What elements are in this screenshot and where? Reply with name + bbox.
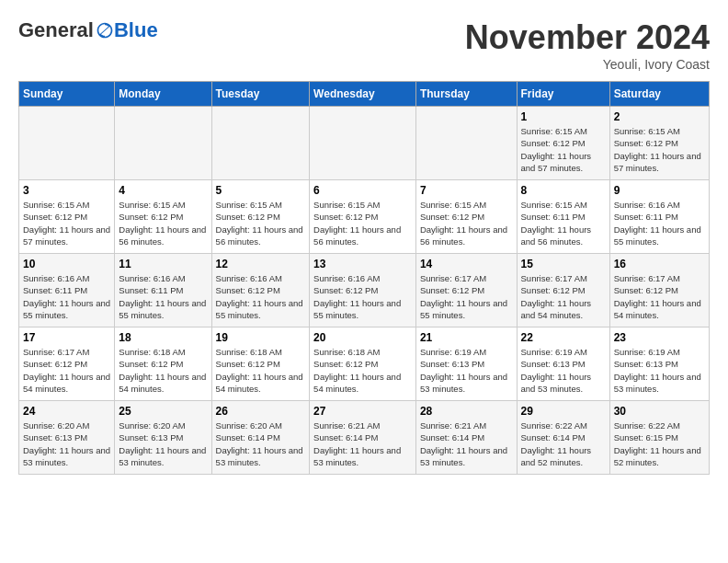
day-info: Sunrise: 6:16 AM Sunset: 6:12 PM Dayligh… <box>216 272 306 321</box>
header-tuesday: Tuesday <box>211 82 310 107</box>
day-info: Sunrise: 6:15 AM Sunset: 6:12 PM Dayligh… <box>614 125 705 174</box>
header-friday: Friday <box>517 82 609 107</box>
day-info: Sunrise: 6:15 AM Sunset: 6:12 PM Dayligh… <box>521 125 606 174</box>
day-number: 27 <box>313 405 412 418</box>
calendar-cell-w2-d2: 12Sunrise: 6:16 AM Sunset: 6:12 PM Dayli… <box>211 254 310 327</box>
day-number: 10 <box>23 258 110 270</box>
day-info: Sunrise: 6:18 AM Sunset: 6:12 PM Dayligh… <box>119 346 207 395</box>
month-title: November 2024 <box>465 18 710 57</box>
logo-icon <box>96 21 114 40</box>
calendar-cell-w3-d5: 22Sunrise: 6:19 AM Sunset: 6:13 PM Dayli… <box>517 327 609 401</box>
day-info: Sunrise: 6:17 AM Sunset: 6:12 PM Dayligh… <box>521 272 606 321</box>
calendar-cell-w4-d3: 27Sunrise: 6:21 AM Sunset: 6:14 PM Dayli… <box>310 401 416 475</box>
calendar-cell-w2-d6: 16Sunrise: 6:17 AM Sunset: 6:12 PM Dayli… <box>609 254 709 327</box>
day-number: 12 <box>216 258 306 270</box>
calendar-cell-w4-d0: 24Sunrise: 6:20 AM Sunset: 6:13 PM Dayli… <box>19 401 115 475</box>
header-wednesday: Wednesday <box>310 82 416 107</box>
day-number: 4 <box>119 184 207 197</box>
day-number: 17 <box>23 331 110 344</box>
day-number: 28 <box>420 405 513 418</box>
day-number: 30 <box>614 405 705 418</box>
calendar-cell-w3-d1: 18Sunrise: 6:18 AM Sunset: 6:12 PM Dayli… <box>115 327 211 401</box>
day-number: 7 <box>420 184 513 197</box>
calendar-cell-w1-d5: 8Sunrise: 6:15 AM Sunset: 6:11 PM Daylig… <box>517 180 609 254</box>
day-number: 11 <box>119 258 207 270</box>
calendar-cell-w1-d4: 7Sunrise: 6:15 AM Sunset: 6:12 PM Daylig… <box>415 180 517 254</box>
calendar-cell-w0-d0 <box>19 107 115 180</box>
day-info: Sunrise: 6:17 AM Sunset: 6:12 PM Dayligh… <box>420 272 513 321</box>
calendar-cell-w4-d6: 30Sunrise: 6:22 AM Sunset: 6:15 PM Dayli… <box>609 401 709 475</box>
day-info: Sunrise: 6:15 AM Sunset: 6:12 PM Dayligh… <box>313 199 412 247</box>
day-info: Sunrise: 6:18 AM Sunset: 6:12 PM Dayligh… <box>216 346 306 395</box>
header-sunday: Sunday <box>19 82 115 107</box>
calendar-cell-w0-d4 <box>415 107 517 180</box>
day-info: Sunrise: 6:16 AM Sunset: 6:11 PM Dayligh… <box>614 199 705 247</box>
day-number: 13 <box>313 258 412 270</box>
calendar-cell-w1-d1: 4Sunrise: 6:15 AM Sunset: 6:12 PM Daylig… <box>115 180 211 254</box>
calendar-cell-w1-d3: 6Sunrise: 6:15 AM Sunset: 6:12 PM Daylig… <box>310 180 416 254</box>
page-header: General Blue November 2024 Yeouli, Ivory… <box>18 18 710 72</box>
day-number: 14 <box>420 258 513 270</box>
day-number: 24 <box>23 405 110 418</box>
header-monday: Monday <box>115 82 211 107</box>
calendar-cell-w2-d1: 11Sunrise: 6:16 AM Sunset: 6:11 PM Dayli… <box>115 254 211 327</box>
day-info: Sunrise: 6:17 AM Sunset: 6:12 PM Dayligh… <box>614 272 705 321</box>
day-number: 15 <box>521 258 606 270</box>
calendar-cell-w3-d0: 17Sunrise: 6:17 AM Sunset: 6:12 PM Dayli… <box>19 327 115 401</box>
day-info: Sunrise: 6:18 AM Sunset: 6:12 PM Dayligh… <box>313 346 412 395</box>
day-number: 2 <box>614 110 705 123</box>
calendar-cell-w1-d2: 5Sunrise: 6:15 AM Sunset: 6:12 PM Daylig… <box>211 180 310 254</box>
day-info: Sunrise: 6:15 AM Sunset: 6:12 PM Dayligh… <box>216 199 306 247</box>
day-number: 16 <box>614 258 705 270</box>
day-info: Sunrise: 6:15 AM Sunset: 6:11 PM Dayligh… <box>521 199 606 247</box>
calendar-week-3: 17Sunrise: 6:17 AM Sunset: 6:12 PM Dayli… <box>19 327 710 401</box>
calendar-cell-w2-d3: 13Sunrise: 6:16 AM Sunset: 6:12 PM Dayli… <box>310 254 416 327</box>
day-info: Sunrise: 6:20 AM Sunset: 6:13 PM Dayligh… <box>119 419 207 468</box>
day-number: 18 <box>119 331 207 344</box>
calendar-table: SundayMondayTuesdayWednesdayThursdayFrid… <box>18 81 710 475</box>
calendar-cell-w2-d0: 10Sunrise: 6:16 AM Sunset: 6:11 PM Dayli… <box>19 254 115 327</box>
calendar-cell-w0-d2 <box>211 107 310 180</box>
day-info: Sunrise: 6:16 AM Sunset: 6:11 PM Dayligh… <box>119 272 207 321</box>
day-info: Sunrise: 6:16 AM Sunset: 6:11 PM Dayligh… <box>23 272 110 321</box>
day-info: Sunrise: 6:17 AM Sunset: 6:12 PM Dayligh… <box>23 346 110 395</box>
calendar-cell-w1-d0: 3Sunrise: 6:15 AM Sunset: 6:12 PM Daylig… <box>19 180 115 254</box>
calendar-cell-w0-d1 <box>115 107 211 180</box>
day-info: Sunrise: 6:20 AM Sunset: 6:13 PM Dayligh… <box>23 419 110 468</box>
day-number: 19 <box>216 331 306 344</box>
calendar-cell-w4-d5: 29Sunrise: 6:22 AM Sunset: 6:14 PM Dayli… <box>517 401 609 475</box>
day-info: Sunrise: 6:20 AM Sunset: 6:14 PM Dayligh… <box>216 419 306 468</box>
day-info: Sunrise: 6:21 AM Sunset: 6:14 PM Dayligh… <box>420 419 513 468</box>
title-block: November 2024 Yeouli, Ivory Coast <box>465 18 710 72</box>
logo: General Blue <box>18 18 158 42</box>
day-number: 25 <box>119 405 207 418</box>
calendar-cell-w3-d2: 19Sunrise: 6:18 AM Sunset: 6:12 PM Dayli… <box>211 327 310 401</box>
calendar-cell-w4-d2: 26Sunrise: 6:20 AM Sunset: 6:14 PM Dayli… <box>211 401 310 475</box>
calendar-cell-w0-d3 <box>310 107 416 180</box>
day-info: Sunrise: 6:19 AM Sunset: 6:13 PM Dayligh… <box>614 346 705 395</box>
day-number: 23 <box>614 331 705 344</box>
day-info: Sunrise: 6:16 AM Sunset: 6:12 PM Dayligh… <box>313 272 412 321</box>
day-info: Sunrise: 6:21 AM Sunset: 6:14 PM Dayligh… <box>313 419 412 468</box>
day-info: Sunrise: 6:19 AM Sunset: 6:13 PM Dayligh… <box>521 346 606 395</box>
day-number: 6 <box>313 184 412 197</box>
calendar-cell-w2-d4: 14Sunrise: 6:17 AM Sunset: 6:12 PM Dayli… <box>415 254 517 327</box>
calendar-cell-w3-d6: 23Sunrise: 6:19 AM Sunset: 6:13 PM Dayli… <box>609 327 709 401</box>
day-info: Sunrise: 6:15 AM Sunset: 6:12 PM Dayligh… <box>23 199 110 247</box>
day-info: Sunrise: 6:22 AM Sunset: 6:15 PM Dayligh… <box>614 419 705 468</box>
day-number: 22 <box>521 331 606 344</box>
calendar-body: 1Sunrise: 6:15 AM Sunset: 6:12 PM Daylig… <box>19 107 710 475</box>
calendar-cell-w3-d3: 20Sunrise: 6:18 AM Sunset: 6:12 PM Dayli… <box>310 327 416 401</box>
day-info: Sunrise: 6:15 AM Sunset: 6:12 PM Dayligh… <box>119 199 207 247</box>
header-thursday: Thursday <box>415 82 517 107</box>
calendar-header-row: SundayMondayTuesdayWednesdayThursdayFrid… <box>19 82 710 107</box>
day-number: 3 <box>23 184 110 197</box>
calendar-week-0: 1Sunrise: 6:15 AM Sunset: 6:12 PM Daylig… <box>19 107 710 180</box>
logo-blue: Blue <box>114 18 158 42</box>
day-number: 5 <box>216 184 306 197</box>
day-number: 9 <box>614 184 705 197</box>
day-info: Sunrise: 6:19 AM Sunset: 6:13 PM Dayligh… <box>420 346 513 395</box>
calendar-cell-w4-d4: 28Sunrise: 6:21 AM Sunset: 6:14 PM Dayli… <box>415 401 517 475</box>
calendar-cell-w0-d6: 2Sunrise: 6:15 AM Sunset: 6:12 PM Daylig… <box>609 107 709 180</box>
calendar-week-4: 24Sunrise: 6:20 AM Sunset: 6:13 PM Dayli… <box>19 401 710 475</box>
